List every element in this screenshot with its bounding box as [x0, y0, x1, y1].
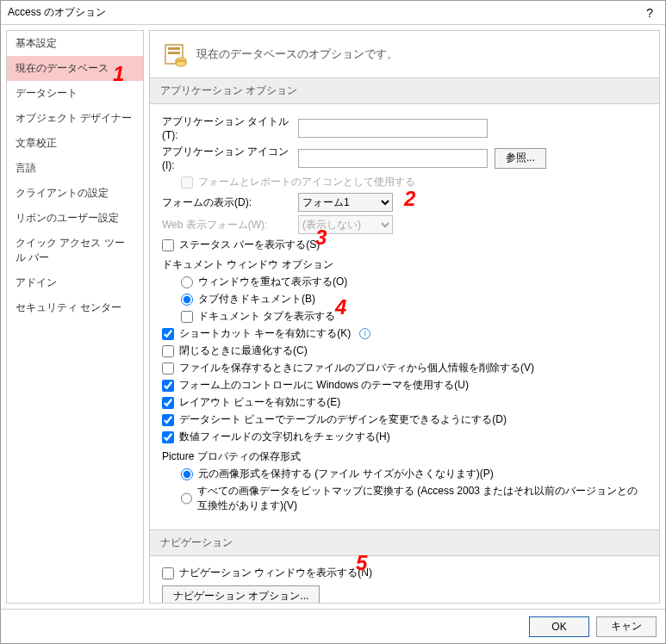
sidebar-item-addins[interactable]: アドイン	[7, 270, 143, 295]
sidebar-item-ribbon[interactable]: リボンのユーザー設定	[7, 206, 143, 231]
help-button[interactable]: ?	[641, 6, 658, 20]
display-form-select[interactable]: フォーム1	[298, 193, 393, 212]
nav-options-button[interactable]: ナビゲーション オプション...	[162, 585, 320, 604]
page-header-text: 現在のデータベースのオプションです。	[196, 46, 398, 62]
picture-convert-radio[interactable]	[181, 492, 192, 505]
app-title-input[interactable]	[298, 119, 488, 138]
tabbed-radio[interactable]	[181, 294, 193, 306]
web-form-select: (表示しない)	[298, 215, 393, 234]
app-icon-input[interactable]	[298, 149, 488, 168]
sidebar-item-general[interactable]: 基本設定	[7, 31, 143, 56]
sidebar-item-datasheet[interactable]: データシート	[7, 81, 143, 106]
section-navigation: ナビゲーション	[150, 529, 659, 556]
remove-info-label: ファイルを保存するときにファイルのプロパティから個人情報を削除する(V)	[179, 361, 534, 375]
layout-checkbox[interactable]	[162, 397, 174, 409]
use-as-icon-checkbox	[181, 176, 193, 189]
themed-checkbox[interactable]	[162, 380, 174, 392]
datasheet-design-label: データシート ビューでテーブルのデザインを変更できるようにする(D)	[179, 412, 507, 427]
tabbed-label: タブ付きドキュメント(B)	[198, 292, 315, 307]
show-tabs-label: ドキュメント タブを表示する	[198, 309, 335, 324]
sidebar-item-current-db[interactable]: 現在のデータベース	[7, 56, 143, 81]
picture-group-label: Picture プロパティの保存形式	[162, 449, 647, 464]
svg-point-5	[176, 61, 186, 66]
layout-label: レイアウト ビューを有効にする(E)	[179, 395, 340, 410]
show-nav-label: ナビゲーション ウィンドウを表示する(N)	[179, 566, 372, 580]
datasheet-design-checkbox[interactable]	[162, 414, 174, 426]
sidebar-item-client[interactable]: クライアントの設定	[7, 181, 143, 206]
section-app-options: アプリケーション オプション	[150, 77, 659, 104]
info-icon[interactable]: i	[359, 328, 370, 339]
svg-rect-2	[168, 52, 180, 54]
category-sidebar: 基本設定 現在のデータベース データシート オブジェクト デザイナー 文章校正 …	[6, 30, 144, 604]
ok-button[interactable]: OK	[529, 616, 589, 637]
remove-info-checkbox[interactable]	[162, 362, 174, 375]
content-panel: 現在のデータベースのオプションです。 アプリケーション オプション アプリケーシ…	[149, 30, 660, 604]
status-bar-label: ステータス バーを表示する(S)	[179, 238, 320, 252]
truncated-label: 数値フィールドの文字切れをチェックする(H)	[179, 430, 390, 444]
sidebar-item-proofing[interactable]: 文章校正	[7, 131, 143, 156]
picture-preserve-label: 元の画像形式を保持する (ファイル サイズが小さくなります)(P)	[198, 467, 494, 481]
show-nav-checkbox[interactable]	[162, 567, 174, 579]
app-title-label: アプリケーション タイトル(T):	[162, 115, 291, 141]
overlapping-label: ウィンドウを重ねて表示する(O)	[198, 275, 347, 289]
compact-label: 閉じるときに最適化する(C)	[179, 344, 308, 358]
shortcut-checkbox[interactable]	[162, 328, 174, 340]
sidebar-item-language[interactable]: 言語	[7, 156, 143, 181]
use-as-icon-label: フォームとレポートのアイコンとして使用する	[198, 175, 415, 189]
app-icon-label: アプリケーション アイコン(I):	[162, 145, 291, 171]
compact-checkbox[interactable]	[162, 345, 174, 357]
display-form-label: フォームの表示(D):	[162, 195, 291, 210]
doc-window-group-label: ドキュメント ウィンドウ オプション	[162, 257, 647, 272]
show-tabs-checkbox[interactable]	[181, 311, 193, 323]
database-icon	[162, 41, 188, 67]
window-title: Access のオプション	[8, 5, 641, 20]
browse-button[interactable]: 参照...	[495, 148, 546, 169]
themed-label: フォーム上のコントロールに Windows のテーマを使用する(U)	[179, 378, 469, 393]
cancel-button[interactable]: キャン	[596, 616, 657, 637]
sidebar-item-trust-center[interactable]: セキュリティ センター	[7, 295, 143, 320]
svg-rect-1	[168, 47, 180, 50]
shortcut-label: ショートカット キーを有効にする(K)	[179, 326, 351, 341]
truncated-checkbox[interactable]	[162, 431, 174, 443]
sidebar-item-object-designer[interactable]: オブジェクト デザイナー	[7, 106, 143, 131]
picture-convert-label: すべての画像データをビットマップに変換する (Access 2003 またはそれ…	[197, 484, 647, 513]
picture-preserve-radio[interactable]	[181, 468, 193, 480]
status-bar-checkbox[interactable]	[162, 239, 174, 251]
sidebar-item-qat[interactable]: クイック アクセス ツール バー	[7, 231, 143, 270]
overlapping-radio[interactable]	[181, 276, 193, 288]
web-form-label: Web 表示フォーム(W):	[162, 218, 291, 232]
